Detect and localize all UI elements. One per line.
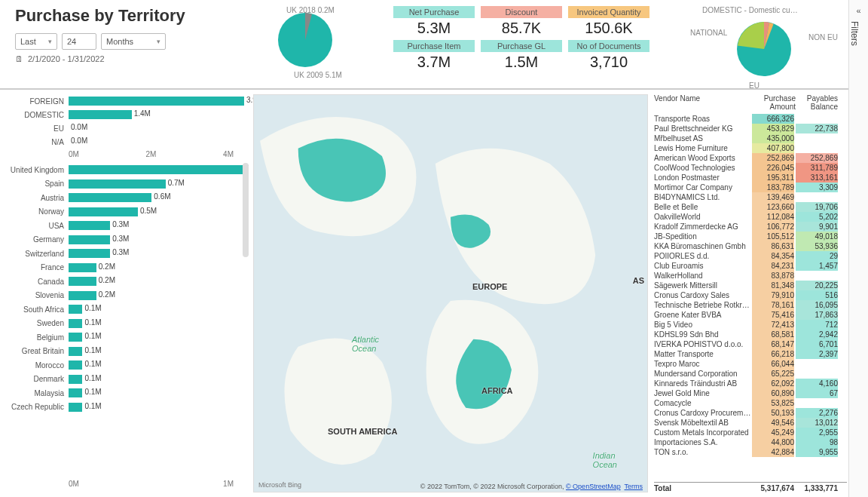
- table-row[interactable]: Sägewerk Mittersill 81,348 20,225: [654, 281, 847, 290]
- vendor-table[interactable]: Vendor Name Purchase Amount Payables Bal…: [653, 90, 848, 497]
- kpi-value: 3,710: [568, 52, 649, 71]
- bar-row[interactable]: Malaysia 0.1M: [5, 386, 249, 400]
- table-row[interactable]: Paul Brettschneider KG 453,829 22,738: [654, 124, 847, 133]
- bar-row[interactable]: Germany 0.3M: [5, 233, 249, 247]
- bar-row[interactable]: Spain 0.7M: [5, 177, 249, 192]
- cell-payables: 2,397: [796, 349, 839, 359]
- table-row[interactable]: Custom Metals Incorporated 45,249 2,955: [654, 428, 847, 437]
- table-row[interactable]: Texpro Maroc 66,044: [654, 359, 847, 369]
- bar-row[interactable]: Switzerland 0.3M: [5, 247, 249, 261]
- cell-payables: 3,309: [796, 183, 839, 192]
- pie-chart-icon: [730, 15, 798, 83]
- table-row[interactable]: OakvilleWorld 112,084 5,202: [654, 212, 847, 222]
- cell-amount: 183,789: [752, 183, 796, 192]
- table-row[interactable]: Mundersand Corporation 65,225: [654, 369, 847, 379]
- cell-vendor: JB-Spedition: [654, 232, 752, 241]
- kpi-card[interactable]: Discount85.7K: [481, 6, 562, 37]
- table-row[interactable]: Cronus Cardoxy Procurement 50,193 2,276: [654, 408, 847, 418]
- col-payables[interactable]: Payables Balance: [796, 94, 839, 111]
- group-bar-chart[interactable]: FOREIGN 3.9M DOMESTIC 1.4M EU 0.0M N/A 0…: [5, 94, 249, 149]
- bar-row[interactable]: Austria 0.6M: [5, 191, 249, 205]
- kpi-card[interactable]: Net Purchase5.3M: [393, 6, 475, 37]
- slicer-mode[interactable]: Last▾: [15, 33, 57, 50]
- table-row[interactable]: American Wood Exports 252,869 252,869: [654, 153, 847, 163]
- uk-year-pie[interactable]: UK 2018 0.2M UK 2009 5.1M: [234, 6, 377, 76]
- cell-payables: [796, 271, 839, 281]
- table-row[interactable]: Belle et Belle 123,660 19,706: [654, 202, 847, 212]
- bar-row[interactable]: EU 0.0M: [5, 121, 249, 135]
- cell-vendor: KDHSL99 Sdn Bhd: [654, 330, 752, 339]
- map-terms-link[interactable]: Terms: [625, 483, 643, 490]
- table-row[interactable]: Svensk Möbeltextil AB 49,546 13,012: [654, 418, 847, 428]
- cell-payables: 19,706: [796, 202, 839, 212]
- bar-row[interactable]: Canada 0.2M: [5, 275, 249, 289]
- kpi-card[interactable]: Invoiced Quantity150.6K: [568, 6, 649, 37]
- table-row[interactable]: Transporte Roas 666,326: [654, 114, 847, 124]
- bar-category: France: [5, 263, 69, 272]
- table-row[interactable]: JB-Spedition 105,512 49,018: [654, 232, 847, 241]
- cell-vendor: KKA Büromaschinen Gmbh: [654, 241, 752, 251]
- table-row[interactable]: Kradolf Zimmerdecke AG 106,772 9,901: [654, 222, 847, 232]
- table-row[interactable]: Importaciones S.A. 44,800 98: [654, 437, 847, 447]
- bar-category: N/A: [5, 138, 69, 146]
- table-row[interactable]: Big 5 Video 72,413 712: [654, 320, 847, 330]
- map-visual[interactable]: EUROPE AFRICA AS SOUTH AMERICA Atlantic …: [253, 94, 648, 492]
- table-row[interactable]: Comacycle 53,825: [654, 398, 847, 408]
- table-row[interactable]: KDHSL99 Sdn Bhd 68,581 2,942: [654, 330, 847, 339]
- country-bar-chart[interactable]: United Kingdom 1.3M Spain 0.7M Austria 0…: [5, 163, 249, 478]
- cell-amount: 252,869: [752, 153, 796, 163]
- bar-row[interactable]: Denmark 0.1M: [5, 373, 249, 387]
- table-row[interactable]: POIIORLES d.d. 84,354 29: [654, 251, 847, 261]
- table-row[interactable]: London Postmaster 195,311 313,161: [654, 173, 847, 183]
- table-row[interactable]: Kinnareds Träindustri AB 62,092 4,160: [654, 379, 847, 388]
- bar-row[interactable]: USA 0.3M: [5, 219, 249, 233]
- table-row[interactable]: WalkerHolland 83,878: [654, 271, 847, 281]
- table-row[interactable]: IVERKA POHISTVO d.o.o. 68,147 6,701: [654, 339, 847, 349]
- table-row[interactable]: Jewel Gold Mine 60,890 67: [654, 388, 847, 398]
- cell-vendor: OakvilleWorld: [654, 212, 752, 222]
- bar-category: Switzerland: [5, 250, 69, 258]
- table-row[interactable]: Cronus Cardoxy Sales 79,910 516: [654, 290, 847, 300]
- bar-row[interactable]: DOMESTIC 1.4M: [5, 108, 249, 121]
- table-row[interactable]: BI4DYNAMICS Ltd. 139,469: [654, 192, 847, 202]
- table-row[interactable]: TON s.r.o. 42,884 9,955: [654, 447, 847, 457]
- header: Purchase by Territory Last▾ 24 Months▾ 🗓…: [0, 0, 848, 90]
- table-row[interactable]: Technische Betriebe Rotkreuz 78,161 16,0…: [654, 300, 847, 310]
- bar-row[interactable]: Morocco 0.1M: [5, 358, 249, 373]
- table-row[interactable]: Lewis Home Furniture 407,800: [654, 143, 847, 153]
- slicer-value[interactable]: 24: [62, 33, 96, 50]
- bar-row[interactable]: Norway 0.5M: [5, 205, 249, 219]
- cell-vendor: POIIORLES d.d.: [654, 251, 752, 261]
- kpi-card[interactable]: Purchase Item3.7M: [393, 40, 475, 71]
- table-row[interactable]: Groene Kater BVBA 75,416 17,863: [654, 310, 847, 320]
- kpi-card[interactable]: Purchase GL1.5M: [481, 40, 562, 71]
- bar-row[interactable]: Czech Republic 0.1M: [5, 400, 249, 415]
- bar-row[interactable]: Sweden 0.1M: [5, 317, 249, 331]
- slicer-unit[interactable]: Months▾: [101, 33, 166, 50]
- scrollbar[interactable]: [243, 163, 249, 478]
- territory-pie[interactable]: DOMESTIC - Domestic cu… NATIONAL NON EU …: [689, 6, 839, 85]
- col-vendor[interactable]: Vendor Name: [654, 94, 752, 111]
- bar-row[interactable]: United Kingdom 1.3M: [5, 163, 249, 177]
- filters-pane-collapsed[interactable]: « Filters: [848, 0, 868, 497]
- table-row[interactable]: KKA Büromaschinen Gmbh 86,631 53,936: [654, 241, 847, 251]
- bar-row[interactable]: N/A 0.0M: [5, 135, 249, 149]
- map-osm-link[interactable]: © OpenStreetMap: [566, 483, 621, 490]
- bar-row[interactable]: Belgium 0.1M: [5, 330, 249, 345]
- bar-row[interactable]: FOREIGN 3.9M: [5, 94, 249, 108]
- table-row[interactable]: Mortimor Car Company 183,789 3,309: [654, 183, 847, 192]
- bar-row[interactable]: Slovenia 0.2M: [5, 289, 249, 303]
- table-row[interactable]: Matter Transporte 66,218 2,397: [654, 349, 847, 359]
- cell-vendor: Belle et Belle: [654, 202, 752, 212]
- cell-payables: 13,012: [796, 418, 839, 428]
- bar-row[interactable]: France 0.2M: [5, 261, 249, 275]
- bar-row[interactable]: Great Britain 0.1M: [5, 345, 249, 359]
- table-row[interactable]: Club Euroamis 84,231 1,457: [654, 261, 847, 271]
- kpi-label: Purchase Item: [393, 40, 475, 52]
- table-row[interactable]: Mřbelhuset AS 435,000: [654, 133, 847, 143]
- bar-row[interactable]: South Africa 0.1M: [5, 302, 249, 317]
- kpi-label: Net Purchase: [393, 6, 475, 18]
- col-purchase-amount[interactable]: Purchase Amount: [752, 94, 796, 111]
- table-row[interactable]: CoolWood Technologies 226,045 311,789: [654, 163, 847, 173]
- kpi-card[interactable]: No of Documents3,710: [568, 40, 649, 71]
